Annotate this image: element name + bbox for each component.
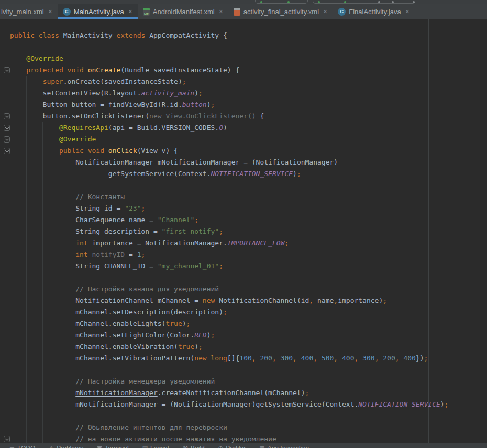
code-token: , xyxy=(355,354,363,362)
code-line[interactable]: protected void onCreate(Bundle savedInst… xyxy=(10,64,449,76)
code-token: 200 xyxy=(383,354,395,362)
fold-region-icon[interactable] xyxy=(4,136,10,143)
run-dot-icon xyxy=(260,1,262,3)
code-line[interactable]: // на новое активити после нажатия на ув… xyxy=(10,433,449,443)
code-line[interactable]: mChannel.setDescription(description); xyxy=(10,307,449,318)
code-line[interactable]: // Обьявление интентов для переброски xyxy=(10,422,449,433)
tool-window-button-profiler[interactable]: ◷Profiler xyxy=(218,445,246,448)
code-line[interactable]: int importance = NotificationManager.IMP… xyxy=(10,237,449,249)
tool-window-button-todo[interactable]: ☰TODO xyxy=(9,445,35,448)
code-token: importance) xyxy=(338,297,383,304)
tool-window-button-build[interactable]: ⚒Build xyxy=(183,445,205,448)
profiler-icon: ◷ xyxy=(218,445,224,448)
fold-region-icon[interactable] xyxy=(4,113,10,119)
code-line[interactable]: String CHANNEL_ID = "my_channel_01"; xyxy=(10,260,449,272)
code-token: RED xyxy=(194,331,206,339)
code-line[interactable]: setContentView(R.layout.activity_main); xyxy=(10,88,449,99)
close-tab-icon[interactable]: × xyxy=(405,8,409,15)
code-token: , xyxy=(252,354,260,362)
tool-window-button-app-inspection[interactable]: ▦App Inspection xyxy=(259,445,309,448)
tab-mainactivity-java[interactable]: CMainActivity.java× xyxy=(58,4,138,19)
code-line[interactable]: int notifyID = 1; xyxy=(10,249,449,260)
code-token: mNotificationManager xyxy=(158,158,240,166)
tool-window-button-problems[interactable]: ⚠Problems xyxy=(49,445,83,448)
code-line[interactable]: super.onCreate(savedInstanceState); xyxy=(10,76,449,88)
code-token: "Channel" xyxy=(158,216,194,224)
code-token: , xyxy=(334,354,342,362)
code-token: ) xyxy=(207,331,211,339)
code-token: super xyxy=(43,78,63,85)
code-token: NotificationManager xyxy=(10,158,158,166)
code-token: AppCompatActivity { xyxy=(149,31,227,39)
tab-finalacttivity-java[interactable]: CFinalActtivity.java× xyxy=(333,4,415,19)
code-line[interactable]: getSystemService(Context.NOTIFICATION_SE… xyxy=(10,168,449,180)
fold-region-icon[interactable] xyxy=(4,125,10,131)
code-token: ) xyxy=(194,343,198,351)
code-line[interactable]: mNotificationManager = (NotificationMana… xyxy=(10,399,449,410)
code-token: notifyID xyxy=(92,250,125,258)
close-tab-icon[interactable]: × xyxy=(48,8,52,15)
fold-region-icon[interactable] xyxy=(4,436,10,442)
terminal-icon: ▣ xyxy=(97,445,102,448)
code-token: }) xyxy=(416,354,424,362)
code-line[interactable]: button.setOnClickListener(new View.OnCli… xyxy=(10,111,449,122)
code-line[interactable]: CharSequence name = "Channel"; xyxy=(10,214,449,226)
code-token: "23" xyxy=(125,204,141,212)
code-token: int xyxy=(75,239,92,247)
fold-region-icon[interactable] xyxy=(4,67,10,73)
code-editor[interactable]: public class MainActivity extends AppCom… xyxy=(0,19,487,443)
run-dot-icon xyxy=(344,1,346,3)
code-token: ) xyxy=(182,320,186,327)
code-token: protected void xyxy=(26,66,87,74)
code-line[interactable]: NotificationManager mNotificationManager… xyxy=(10,157,449,168)
tab-activity-final-acttivity-xml[interactable]: activity_final_acttivity.xml× xyxy=(228,4,333,19)
code-token: mChannel.enableLights( xyxy=(10,320,165,327)
code-line[interactable]: NotificationChannel mChannel = new Notif… xyxy=(10,295,449,307)
tab-androidmanifest-xml[interactable]: MFAndroidManifest.xml× xyxy=(138,4,228,19)
tab-label: MainActivity.java xyxy=(74,8,124,16)
close-tab-icon[interactable]: × xyxy=(128,8,132,15)
code-line[interactable]: // Настройка канала для уведомлений xyxy=(10,283,449,295)
code-line[interactable] xyxy=(10,410,449,422)
fold-region-icon[interactable] xyxy=(4,148,10,154)
tab-ivity-main-xml[interactable]: ivity_main.xml× xyxy=(0,4,58,19)
code-line[interactable] xyxy=(10,272,449,283)
code-token: mChannel.setVibrationPattern( xyxy=(10,354,194,362)
code-line[interactable]: // Настройка менеджера уведомлений xyxy=(10,376,449,387)
code-line[interactable]: @Override xyxy=(10,134,449,145)
code-line[interactable]: mChannel.setVibrationPattern(new long[]{… xyxy=(10,353,449,364)
code-token: String description = xyxy=(10,227,162,235)
code-line[interactable]: public void onClick(View v) { xyxy=(10,145,449,157)
code-line[interactable]: String id = "23"; xyxy=(10,203,449,214)
tool-window-button-logcat[interactable]: ▤Logcat xyxy=(142,445,169,448)
code-line[interactable]: public class MainActivity extends AppCom… xyxy=(10,30,449,41)
toolbar-run-widget[interactable] xyxy=(255,0,308,4)
code-token: mNotificationManager xyxy=(75,400,158,408)
code-line[interactable]: mNotificationManager.createNotificationC… xyxy=(10,387,449,399)
code-token: 100 xyxy=(239,354,251,362)
code-token xyxy=(10,54,26,62)
toolbar-device-widget[interactable] xyxy=(313,0,415,4)
code-line[interactable]: String description = "first notify"; xyxy=(10,226,449,237)
code-line[interactable]: @Override xyxy=(10,53,449,64)
code-line[interactable]: mChannel.enableVibration(true); xyxy=(10,341,449,353)
code-line[interactable] xyxy=(10,41,449,53)
problems-icon: ⚠ xyxy=(49,445,54,448)
code-line[interactable]: Button button = findViewById(R.id.button… xyxy=(10,99,449,111)
close-tab-icon[interactable]: × xyxy=(219,8,223,15)
editor-tab-bar: ivity_main.xml×CMainActivity.java×MFAndr… xyxy=(0,4,487,19)
tool-window-button-terminal[interactable]: ▣Terminal xyxy=(97,445,129,448)
code-token: mChannel.setDescription(description) xyxy=(10,308,223,316)
code-line[interactable]: @RequiresApi(api = Build.VERSION_CODES.O… xyxy=(10,122,449,134)
toolbar-dot-icon xyxy=(413,1,415,3)
code-line[interactable]: mChannel.setLightColor(Color.RED); xyxy=(10,330,449,341)
code-line[interactable] xyxy=(10,364,449,376)
code-line[interactable]: // Константы xyxy=(10,191,449,203)
code-line[interactable]: mChannel.enableLights(true); xyxy=(10,318,449,330)
code-line[interactable] xyxy=(10,180,449,191)
code-token: NotificationChannel mChannel = xyxy=(10,297,203,304)
code-token: @Override xyxy=(26,54,63,62)
code-token: ; xyxy=(223,308,227,316)
close-tab-icon[interactable]: × xyxy=(323,8,327,15)
code-token: @Override xyxy=(59,135,96,143)
